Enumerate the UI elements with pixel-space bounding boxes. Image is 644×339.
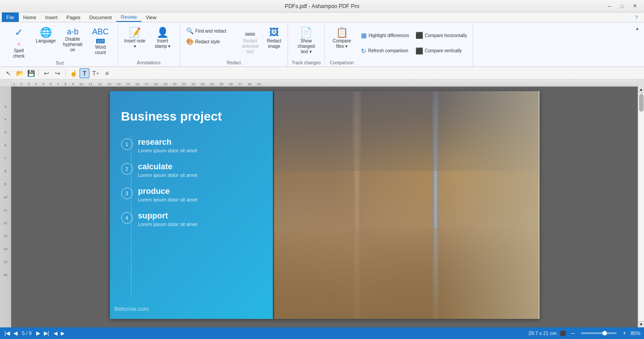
step-circle-4: 4 xyxy=(121,212,133,224)
title-bar: PDFs.pdf - Ashampoo PDF Pro ─ □ ✕ xyxy=(0,0,644,13)
nav-right-button[interactable]: ▶ xyxy=(61,331,64,336)
spell-check-label: Spell check xyxy=(8,48,30,59)
compare-files-button[interactable]: 📋 Compare files ▾ xyxy=(328,26,355,51)
help-button[interactable]: ? xyxy=(631,13,642,22)
select-tool-button[interactable]: ↖ xyxy=(4,68,13,78)
tick: 18 xyxy=(154,82,158,86)
track-changes-content: 📄 Show changed text ▾ xyxy=(293,24,320,60)
highlight-differences-button[interactable]: ▦ Highlight differences xyxy=(359,30,411,40)
zoom-slider[interactable] xyxy=(581,332,617,334)
document-viewport[interactable]: Business project 1 research Lorem ipsum … xyxy=(11,87,638,327)
last-page-button[interactable]: ▶| xyxy=(43,330,50,336)
save-button[interactable]: 💾 xyxy=(26,68,36,78)
text-group-label: Text xyxy=(5,61,114,67)
disable-hyphenation-button[interactable]: a-b Disable hyphenation xyxy=(59,26,86,54)
ribbon-collapse-button[interactable]: ▲ xyxy=(635,26,640,31)
insert-stamp-button[interactable]: 👤 Insert stamp ▾ xyxy=(149,26,176,51)
redo-button[interactable]: ↪ xyxy=(53,68,63,78)
next-page-button[interactable]: ▶ xyxy=(35,330,41,336)
v-tick: 14 xyxy=(4,247,8,251)
compare-vertically-button[interactable]: ⬛ Compare vertically xyxy=(413,46,470,56)
v-tick: 5 xyxy=(4,130,6,134)
page-navigation: |◀ ◀ 5 / 9 ▶ ▶| xyxy=(4,330,50,336)
scroll-down-button[interactable]: ▼ xyxy=(638,321,644,327)
menu-review[interactable]: Review xyxy=(116,13,141,22)
show-changed-text-button[interactable]: 📄 Show changed text ▾ xyxy=(293,26,320,56)
status-left: |◀ ◀ 5 / 9 ▶ ▶| ◀ ▶ xyxy=(4,330,64,336)
language-label: Language xyxy=(36,38,56,44)
steps-list: 1 research Lorem ipsum dolor sit amet 2 … xyxy=(121,138,262,227)
step-1: 1 research Lorem ipsum dolor sit amet xyxy=(121,138,262,153)
scroll-up-button[interactable]: ▲ xyxy=(638,87,644,93)
tick: 19 xyxy=(163,82,167,86)
tick: 29 xyxy=(257,82,261,86)
open-button[interactable]: 📂 xyxy=(15,68,25,78)
redact-style-button[interactable]: 🎨 Redact style xyxy=(184,37,236,46)
ribbon-group-track-changes: 📄 Show changed text ▾ Track changes xyxy=(288,24,325,67)
tick: 23 xyxy=(201,82,205,86)
tick: 5 xyxy=(42,82,44,86)
zoom-out-button[interactable]: ─ xyxy=(570,330,576,336)
ruler-corner xyxy=(0,80,11,87)
ribbon-group-comparison: 📋 Compare files ▾ Comparison ▦ Highlight… xyxy=(325,24,473,67)
text-tool-button[interactable]: T xyxy=(80,68,89,78)
refresh-comparison-label: Refresh comparison xyxy=(368,48,408,53)
nav-left-button[interactable]: ◀ xyxy=(54,331,57,336)
properties-button[interactable]: ≡ xyxy=(102,68,112,78)
step-4: 4 support Lorem ipsum dolor sit amet xyxy=(121,211,262,227)
step-title-2: calculate xyxy=(138,162,198,172)
tick: 12 xyxy=(98,82,102,86)
menu-home[interactable]: Home xyxy=(19,13,41,22)
text-size-button[interactable]: T+ xyxy=(91,68,101,78)
compare-horizontally-button[interactable]: ⬛ Compare horizontally xyxy=(413,30,470,40)
document-area: 3 4 5 6 7 8 9 10 11 12 13 14 15 16 xyxy=(0,87,644,327)
menu-insert[interactable]: Insert xyxy=(41,13,62,22)
v-tick: 7 xyxy=(4,156,6,160)
insert-note-button[interactable]: 📝 Insert note ▾ xyxy=(122,26,148,51)
title-bar-text: PDFs.pdf - Ashampoo PDF Pro xyxy=(285,3,360,9)
insert-stamp-label: Insert stamp ▾ xyxy=(152,38,174,49)
redact-image-button[interactable]: 🖼 Redact image xyxy=(264,26,284,51)
word-count-icon: ABC123 xyxy=(92,28,109,44)
page-content: Business project 1 research Lorem ipsum … xyxy=(110,91,539,319)
step-2: 2 calculate Lorem ipsum dolor sit amet xyxy=(121,162,262,178)
compare-horizontal-icon: ⬛ xyxy=(415,32,423,39)
ribbon-group-redact: 🔍 Find and redact 🎨 Redact style ▬ Redac… xyxy=(180,24,288,67)
hand-tool-button[interactable]: ☝ xyxy=(68,68,78,78)
minimize-button[interactable]: ─ xyxy=(604,2,615,11)
main-content-area: 1 2 3 4 5 6 7 8 9 10 11 12 13 14 15 16 1… xyxy=(0,80,644,327)
find-and-redact-button[interactable]: 🔍 Find and redact xyxy=(184,26,236,36)
spell-check-button[interactable]: ✓A Spell check xyxy=(5,26,32,61)
menu-pages[interactable]: Pages xyxy=(62,13,85,22)
language-icon: 🌐 xyxy=(40,28,52,38)
word-count-button[interactable]: ABC123 Word count xyxy=(87,26,114,57)
step-circle-2: 2 xyxy=(121,163,133,175)
menu-file[interactable]: File xyxy=(2,13,19,22)
show-changed-text-label: Show changed text ▾ xyxy=(296,38,317,54)
disable-hyphenation-icon: a-b xyxy=(67,28,78,36)
tick: 6 xyxy=(50,82,51,86)
redact-style-label: Redact style xyxy=(195,39,220,44)
language-button[interactable]: 🌐 Language xyxy=(33,26,59,46)
redact-selected-text-button[interactable]: ▬ Redact selected text xyxy=(237,26,263,56)
step-desc-4: Lorem ipsum dolor sit amet xyxy=(138,222,198,227)
v-tick: 9 xyxy=(4,182,6,186)
prev-page-button[interactable]: ◀ xyxy=(13,330,18,336)
redact-text-label: Redact selected text xyxy=(240,38,261,54)
first-page-button[interactable]: |◀ xyxy=(4,330,11,336)
menu-view[interactable]: View xyxy=(141,13,161,22)
zoom-thumb[interactable] xyxy=(602,331,607,335)
maximize-button[interactable]: □ xyxy=(616,2,628,11)
scroll-track[interactable] xyxy=(639,93,644,321)
v-tick: 10 xyxy=(4,195,8,199)
scroll-thumb[interactable] xyxy=(639,94,644,112)
ribbon: ✓A Spell check 🌐 Language a-b Disable hy… xyxy=(0,22,644,67)
undo-button[interactable]: ↩ xyxy=(42,68,51,78)
close-button[interactable]: ✕ xyxy=(629,2,640,11)
menu-bar: File Home Insert Pages Document Review V… xyxy=(0,13,644,22)
menu-document[interactable]: Document xyxy=(85,13,116,22)
refresh-comparison-button[interactable]: ↻ Refresh comparison xyxy=(359,46,411,56)
view-mode-icon: ⬛ xyxy=(560,331,566,336)
zoom-in-button[interactable]: + xyxy=(622,330,627,336)
tick: 24 xyxy=(210,82,214,86)
